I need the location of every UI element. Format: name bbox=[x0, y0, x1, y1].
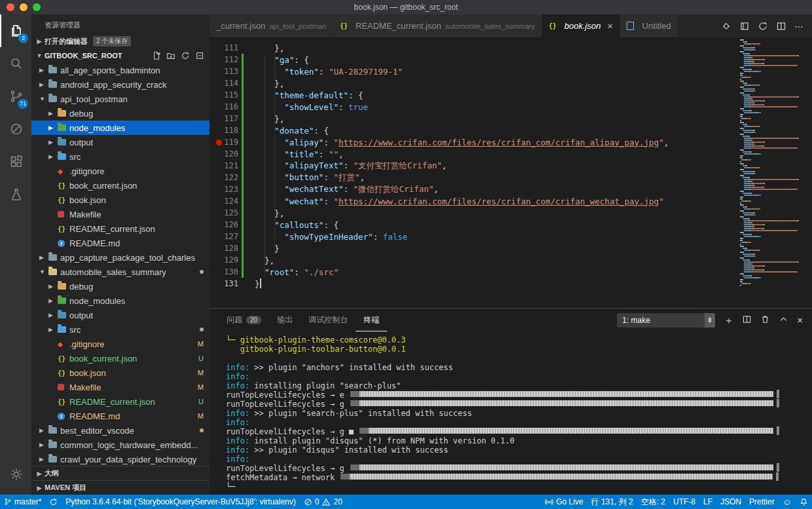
split-terminal-icon[interactable] bbox=[742, 314, 752, 326]
tree-item-book_current.json[interactable]: {}book_current.json bbox=[31, 178, 210, 193]
terminal-selector[interactable]: 1: make bbox=[617, 313, 715, 328]
tree-item-app_capture_package_tool_charles[interactable]: ▶app_capture_package_tool_charles bbox=[31, 250, 210, 265]
code-line-130[interactable]: 130 "root": "./src" bbox=[210, 266, 812, 278]
line-number[interactable]: 122 bbox=[210, 173, 238, 182]
tree-item-Makefile[interactable]: MakefileM bbox=[31, 380, 210, 394]
eol-sequence[interactable]: LF bbox=[699, 495, 716, 509]
line-number[interactable]: 120 bbox=[210, 149, 238, 159]
code-editor[interactable]: 111 },112 "ga": {113 "token": "UA-282971… bbox=[210, 37, 812, 308]
notifications-bell-icon[interactable] bbox=[796, 495, 812, 509]
tree-item-output[interactable]: ▶output bbox=[31, 308, 210, 322]
tree-item-README.md[interactable]: README.md bbox=[31, 236, 210, 250]
new-terminal-icon[interactable]: ＋ bbox=[724, 315, 733, 325]
tree-item-common_logic_hardware_embedd...[interactable]: ▶common_logic_hardware_embedd... bbox=[31, 438, 210, 452]
code-line-128[interactable]: 128 } bbox=[210, 242, 812, 254]
maven-section[interactable]: ▶ MAVEN 项目 bbox=[31, 480, 210, 495]
split-editor-icon[interactable] bbox=[776, 21, 786, 31]
tree-item-output[interactable]: ▶output bbox=[31, 135, 210, 149]
tree-item-node_modules[interactable]: ▶node_modules bbox=[31, 121, 210, 135]
breakpoint-icon[interactable] bbox=[216, 140, 222, 145]
project-root-header[interactable]: ▼ GITBOOK_SRC_ROOT bbox=[31, 48, 210, 63]
line-number[interactable]: 126 bbox=[210, 220, 238, 229]
tree-item-book.json[interactable]: {}book.json bbox=[31, 193, 210, 207]
test-beaker-icon[interactable] bbox=[0, 178, 31, 211]
formatter[interactable]: Prettier bbox=[745, 495, 779, 509]
line-number[interactable]: 130 bbox=[210, 267, 238, 276]
refresh-icon[interactable] bbox=[181, 51, 190, 60]
tree-item-README_current.json[interactable]: {}README_current.json bbox=[31, 221, 210, 236]
tree-item-api_tool_postman[interactable]: ▼api_tool_postman bbox=[31, 92, 210, 106]
extensions-icon[interactable] bbox=[0, 145, 31, 178]
code-line-125[interactable]: 125 }, bbox=[210, 207, 812, 219]
panel-tab-调试控制台[interactable]: 调试控制台 bbox=[301, 309, 356, 331]
tree-item-README.md[interactable]: README.mdM bbox=[31, 409, 210, 423]
new-folder-icon[interactable] bbox=[166, 51, 175, 60]
code-line-115[interactable]: 115 "theme-default": { bbox=[210, 89, 812, 101]
code-line-118[interactable]: 118 "donate": { bbox=[210, 124, 812, 136]
tree-item-android_app_security_crack[interactable]: ▶android_app_security_crack bbox=[31, 77, 210, 92]
open-editors-section[interactable]: ▶ 打开的编辑器 2 个未保存 bbox=[31, 34, 210, 48]
kill-terminal-icon[interactable] bbox=[760, 314, 770, 326]
code-line-129[interactable]: 129 }, bbox=[210, 254, 812, 266]
tree-item-automobile_sales_summary[interactable]: ▼automobile_sales_summary bbox=[31, 265, 210, 279]
encoding[interactable]: UTF-8 bbox=[669, 495, 699, 509]
tree-item-src[interactable]: ▶src bbox=[31, 149, 210, 164]
tree-item-book_current.json[interactable]: {}book_current.jsonU bbox=[31, 351, 210, 366]
new-file-icon[interactable] bbox=[152, 51, 161, 60]
line-number[interactable]: 114 bbox=[210, 79, 238, 88]
close-icon[interactable]: × bbox=[607, 22, 612, 31]
code-line-123[interactable]: 123 "wechatText": "微信打赏给Crifan", bbox=[210, 183, 812, 195]
code-line-122[interactable]: 122 "button": "打赏", bbox=[210, 172, 812, 183]
code-line-116[interactable]: 116 "showLevel": true bbox=[210, 101, 812, 113]
line-number[interactable]: 121 bbox=[210, 161, 238, 170]
line-number[interactable]: 119 bbox=[210, 138, 238, 147]
python-interpreter[interactable]: Python 3.6.4 64-bit ('StorybookQueryServ… bbox=[62, 495, 299, 509]
line-number[interactable]: 125 bbox=[210, 208, 238, 217]
minimap[interactable] bbox=[739, 37, 812, 308]
code-line-114[interactable]: 114 }, bbox=[210, 77, 812, 89]
tree-item-README_current.json[interactable]: {}README_current.jsonU bbox=[31, 394, 210, 409]
code-line-120[interactable]: 120 "title": "", bbox=[210, 148, 812, 160]
line-number[interactable]: 127 bbox=[210, 232, 238, 241]
language-mode[interactable]: JSON bbox=[716, 495, 745, 509]
close-window-button[interactable] bbox=[7, 3, 14, 11]
tree-item-book.json[interactable]: {}book.jsonM bbox=[31, 366, 210, 380]
tree-item-.gitignore[interactable]: ◆.gitignoreM bbox=[31, 337, 210, 351]
tree-item-debug[interactable]: ▶debug bbox=[31, 106, 210, 121]
explorer-icon[interactable]: 2 bbox=[0, 14, 31, 47]
code-line-111[interactable]: 111 }, bbox=[210, 42, 812, 54]
tree-item-all_age_sports_badminton[interactable]: ▶all_age_sports_badminton bbox=[31, 63, 210, 77]
editor-tab-Untitled[interactable]: Untitled bbox=[620, 14, 678, 37]
run-debug-icon[interactable] bbox=[0, 113, 31, 145]
search-icon[interactable] bbox=[0, 47, 31, 80]
cursor-position[interactable]: 行 131, 列 2 bbox=[587, 495, 637, 509]
code-line-121[interactable]: 121 "alipayText": "支付宝打赏给Crifan", bbox=[210, 160, 812, 172]
code-line-113[interactable]: 113 "token": "UA-28297199-1" bbox=[210, 66, 812, 77]
git-branch-status[interactable]: master* bbox=[0, 495, 45, 509]
open-preview-icon[interactable] bbox=[739, 21, 750, 31]
code-line-124[interactable]: 124 "wechat": "https://www.crifan.com/fi… bbox=[210, 195, 812, 207]
code-line-127[interactable]: 127 "showTypeInHeader": false bbox=[210, 231, 812, 242]
tree-item-.gitignore[interactable]: ◆.gitignore bbox=[31, 164, 210, 178]
tree-item-debug[interactable]: ▶debug bbox=[31, 279, 210, 293]
feedback-smiley-icon[interactable]: ☺ bbox=[779, 495, 796, 509]
code-line-119[interactable]: 119 "alipay": "https://www.crifan.com/fi… bbox=[210, 136, 812, 148]
line-number[interactable]: 115 bbox=[210, 90, 238, 100]
line-number[interactable]: 124 bbox=[210, 197, 238, 206]
line-number[interactable]: 118 bbox=[210, 126, 238, 135]
indentation[interactable]: 空格: 2 bbox=[637, 495, 669, 509]
editor-tab-book.json[interactable]: {}book.json× bbox=[542, 14, 620, 37]
line-number[interactable]: 111 bbox=[210, 43, 238, 52]
close-panel-icon[interactable]: × bbox=[797, 315, 803, 325]
panel-tab-输出[interactable]: 输出 bbox=[269, 309, 301, 331]
zoom-window-button[interactable] bbox=[33, 3, 41, 11]
outline-section[interactable]: ▶ 大纲 bbox=[31, 466, 210, 480]
line-number[interactable]: 129 bbox=[210, 255, 238, 265]
source-control-icon[interactable]: 71 bbox=[0, 80, 31, 113]
panel-tab-终端[interactable]: 终端 bbox=[356, 309, 387, 331]
line-number[interactable]: 116 bbox=[210, 102, 238, 111]
sync-status[interactable] bbox=[45, 495, 62, 509]
line-number[interactable]: 131 bbox=[210, 279, 238, 288]
code-line-117[interactable]: 117 }, bbox=[210, 113, 812, 124]
collapse-all-icon[interactable] bbox=[195, 51, 204, 60]
